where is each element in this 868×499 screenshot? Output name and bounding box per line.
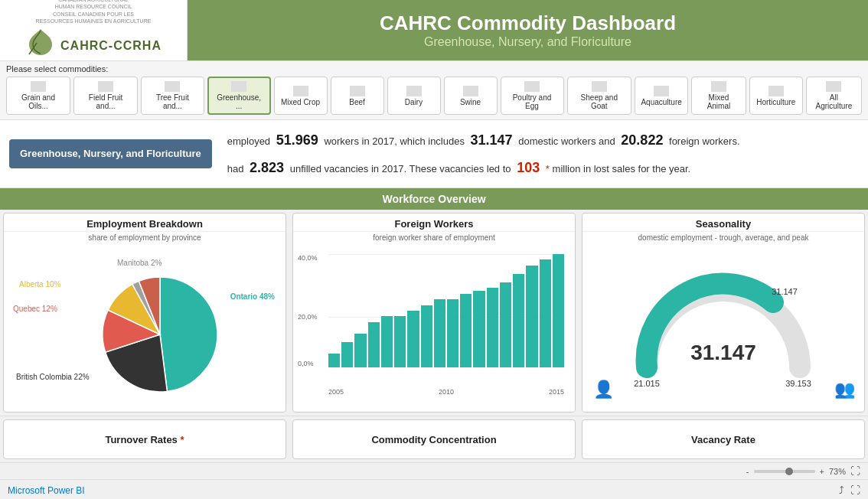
logo-area: CANADIAN AGRICULTURAL HUMAN RESOURCE COU… <box>0 0 188 60</box>
svg-rect-4 <box>294 86 308 96</box>
commodity-item-swine[interactable]: Swine <box>444 77 498 115</box>
summary-domestic: 31.147 <box>471 132 513 148</box>
commodity-thumb-sheep <box>592 81 607 92</box>
gauge-svg: 31.147 31.147 21.015 39.153 <box>624 253 823 394</box>
pie-label-quebec: Quebec 12% <box>13 305 57 313</box>
summary-text5: had <box>227 163 244 174</box>
commodity-thumb-beef <box>350 86 365 96</box>
bar-1 <box>341 342 353 367</box>
summary-foreign: 20.822 <box>621 132 663 148</box>
pie-segment-Ontario 48% <box>160 277 217 391</box>
commodity-item-all_ag[interactable]: All Agriculture <box>806 77 862 115</box>
seasonality-content: 31.147 31.147 21.015 39.153 👤 👥 <box>582 243 864 412</box>
y-label-0: 0,0% <box>298 360 314 367</box>
section-header-workforce: Workforce Overview <box>0 188 868 210</box>
commodity-label-all_ag: All Agriculture <box>811 93 857 110</box>
sector-label: Greenhouse, Nursery, and Floriculture <box>9 139 212 168</box>
commodity-items: Grain and Oils...Field Fruit and...Tree … <box>6 77 862 115</box>
commodity-item-grain[interactable]: Grain and Oils... <box>6 77 70 115</box>
bar-chart-area-wrapper: 40,0% 20,0% 0,0% <box>296 246 572 386</box>
turnover-asterisk: * <box>180 434 184 445</box>
gauge-peak-value: 39.153 <box>785 379 811 388</box>
commodity-item-horticulture[interactable]: Horticulture <box>749 77 803 115</box>
bar-17 <box>553 254 564 367</box>
bottom-panels: Turnover Rates * Commodity Concentration… <box>0 416 868 462</box>
commodity-label-poultry: Poultry and Egg <box>506 93 559 110</box>
commodity-label: Please select commodities: <box>6 64 862 73</box>
fullscreen-icon[interactable]: ⛶ <box>850 465 860 477</box>
commodity-label-swine: Swine <box>460 98 481 106</box>
commodity-item-beef[interactable]: Beef <box>331 77 384 115</box>
commodity-item-tree_fruit[interactable]: Tree Fruit and... <box>141 77 204 115</box>
commodity-item-aquaculture[interactable]: Aquaculture <box>635 77 688 115</box>
logo-acronym: CAHRC-CCRHA <box>60 39 162 53</box>
commodity-label-mixed_animal: Mixed Animal <box>697 93 741 110</box>
summary-text3: domestic workers and <box>518 135 615 147</box>
svg-rect-1 <box>99 82 113 91</box>
share-icon[interactable]: ⤴ <box>839 484 844 496</box>
dashboard-title: CAHRC Commodity Dashboard <box>380 11 676 35</box>
bar-13 <box>500 282 511 367</box>
commodity-item-poultry[interactable]: Poultry and Egg <box>501 77 564 115</box>
panel-employment-breakdown: Employment Breakdown share of employment… <box>3 213 286 413</box>
panel-foreign-workers: Foreign Workers foreign worker share of … <box>292 213 576 413</box>
commodity-thumb-mixed_animal <box>711 81 726 92</box>
svg-rect-6 <box>407 86 421 96</box>
bottom-panel-vacancy: Vacancy Rate <box>582 419 865 459</box>
commodity-bar: Please select commodities: Grain and Oil… <box>0 61 868 120</box>
gauge-current-label: 31.147 <box>772 287 798 296</box>
zoom-plus[interactable]: + <box>820 467 824 476</box>
pie-chart-container: Ontario 48% British Colombia 22% Quebec … <box>7 246 282 400</box>
bar-6 <box>407 311 419 367</box>
turnover-title: Turnover Rates * <box>105 434 184 445</box>
svg-rect-13 <box>827 82 840 91</box>
commodity-label-grain: Grain and Oils... <box>11 93 65 110</box>
bar-10 <box>460 294 472 367</box>
bar-11 <box>473 291 485 367</box>
bottom-panel-turnover: Turnover Rates * <box>3 419 286 459</box>
concentration-title: Commodity Concentration <box>371 434 496 445</box>
commodity-item-greenhouse[interactable]: Greenhouse, ... <box>207 77 271 115</box>
commodity-item-mixed_crop[interactable]: Mixed Crop <box>274 77 328 115</box>
commodity-thumb-greenhouse <box>231 81 246 92</box>
commodity-item-mixed_animal[interactable]: Mixed Animal <box>691 77 746 115</box>
commodity-item-field_fruit[interactable]: Field Fruit and... <box>73 77 138 115</box>
summary-text6: unfilled vacancies in 2017. These vacanc… <box>290 163 511 174</box>
pie-label-ontario: Ontario 48% <box>230 292 275 301</box>
foreign-workers-content: 40,0% 20,0% 0,0% 2005 2010 2015 <box>293 243 575 412</box>
bar-3 <box>368 322 380 367</box>
bar-12 <box>487 288 498 367</box>
summary-employed: 51.969 <box>276 132 318 148</box>
svg-rect-11 <box>712 82 726 91</box>
summary-text4: foreign workers. <box>669 135 739 147</box>
zoom-thumb[interactable] <box>785 468 793 475</box>
commodity-thumb-all_ag <box>826 81 841 92</box>
x-label-2005: 2005 <box>328 388 344 396</box>
trough-person-icon: 👤 <box>593 380 614 400</box>
foreign-workers-title: Foreign Workers <box>293 214 575 232</box>
commodity-label-beef: Beef <box>349 98 365 106</box>
bar-5 <box>394 316 406 367</box>
commodity-thumb-poultry <box>524 81 540 92</box>
vacancy-title: Vacancy Rate <box>691 434 755 445</box>
commodity-label-horticulture: Horticulture <box>756 98 795 106</box>
summary-text2: workers in 2017, which includes <box>324 135 465 147</box>
x-label-2010: 2010 <box>439 388 454 396</box>
panel-seasonality: Seasonality domestic employment - trough… <box>582 213 865 413</box>
header-title-area: CAHRC Commodity Dashboard Greenhouse, Nu… <box>188 0 868 60</box>
commodity-label-greenhouse: Greenhouse, ... <box>214 93 265 110</box>
expand-icon[interactable]: ⛶ <box>850 484 860 496</box>
bar-chart-bars <box>328 254 564 367</box>
gauge-trough-value: 21.015 <box>634 379 660 388</box>
zoom-minus[interactable]: - <box>746 467 749 476</box>
summary-lost-sales: 103 <box>517 160 540 175</box>
zoom-slider[interactable] <box>754 470 815 473</box>
gauge-center-value: 31.147 <box>690 341 756 364</box>
commodity-label-field_fruit: Field Fruit and... <box>79 93 132 110</box>
commodity-item-sheep[interactable]: Sheep and Goat <box>567 77 632 115</box>
employment-breakdown-title: Employment Breakdown <box>4 214 286 232</box>
header: CANADIAN AGRICULTURAL HUMAN RESOURCE COU… <box>0 0 868 61</box>
powerbi-link[interactable]: Microsoft Power BI <box>8 485 85 496</box>
dashboard-subtitle: Greenhouse, Nursery, and Floriculture <box>424 35 631 49</box>
commodity-item-dairy[interactable]: Dairy <box>387 77 441 115</box>
